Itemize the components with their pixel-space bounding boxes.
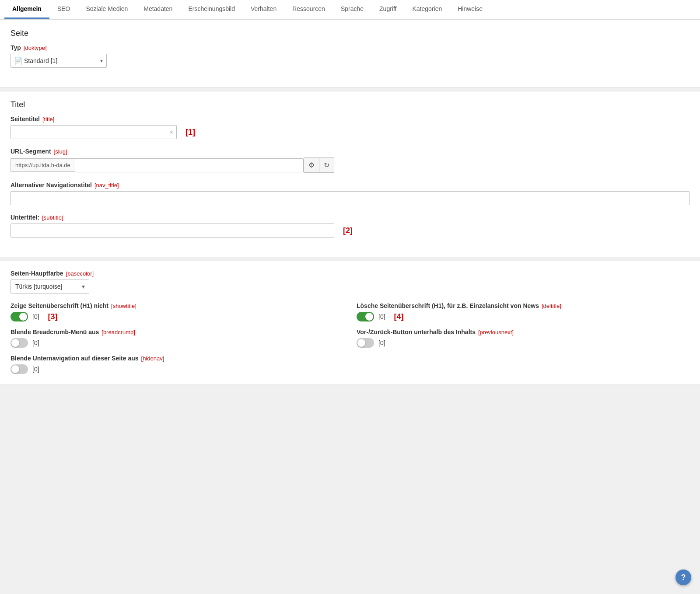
hidenav-toggle-group: Blende Unternavigation auf dieser Seite …	[10, 355, 343, 374]
previousnext-label: Vor-/Zurück-Button unterhalb des Inhalts…	[357, 328, 690, 335]
untertitel-field-group: Untertitel: [subtitle] Beispiel des Stan…	[10, 214, 690, 238]
seitentitel-key: [title]	[42, 116, 54, 122]
tab-erscheinungsbild[interactable]: Erscheinungsbild	[180, 0, 243, 19]
breadcrumb-toggle-row: [0]	[10, 338, 343, 348]
tab-verhalten[interactable]: Verhalten	[243, 0, 284, 19]
tab-soziale-medien[interactable]: Soziale Medien	[78, 0, 136, 19]
untertitel-annotation: [2]	[343, 226, 353, 235]
toggle-grid: Zeige Seitenüberschrift (H1) nicht [show…	[10, 302, 690, 374]
url-row: https://up.itda.h-da.de / ⚙ ↻	[10, 157, 334, 173]
tab-allgemein[interactable]: Allgemein	[4, 0, 49, 19]
tab-hinweise[interactable]: Hinweise	[450, 0, 490, 19]
seite-section: Seite Typ [doktype] 📄 Standard [1] ▾	[0, 20, 700, 87]
seite-section-title: Seite	[10, 29, 690, 38]
tab-ressourcen[interactable]: Ressourcen	[284, 0, 333, 19]
typ-field-group: Typ [doktype] 📄 Standard [1] ▾	[10, 44, 690, 68]
showtitle-toggle-row: [0] [3]	[10, 312, 343, 321]
showtitle-toggle[interactable]	[10, 312, 28, 321]
document-icon: 📄	[14, 56, 22, 66]
previousnext-value: [0]	[378, 339, 385, 346]
seitentitel-input-wrapper: Standard Layout ×	[10, 125, 177, 139]
showtitle-value: [0]	[32, 313, 39, 320]
deltitle-label: Lösche Seitenüberschrift (H1), für z.B. …	[357, 302, 690, 309]
showtitle-toggle-group: Zeige Seitenüberschrift (H1) nicht [show…	[10, 302, 343, 321]
hidenav-toggle-knob	[11, 365, 19, 373]
deltitle-annotation: [4]	[394, 312, 404, 321]
farbe-field-group: Seiten-Hauptfarbe [basecolor] Türkis [tu…	[10, 270, 690, 294]
deltitle-toggle-group: Lösche Seitenüberschrift (H1), für z.B. …	[357, 302, 690, 321]
tabs-bar: Allgemein SEO Soziale Medien Metadaten E…	[0, 0, 700, 20]
farbe-key: [basecolor]	[66, 270, 94, 277]
showtitle-toggle-knob	[19, 313, 27, 321]
hidenav-toggle[interactable]	[10, 364, 28, 374]
showtitle-key: [showtitle]	[111, 303, 136, 309]
untertitel-key: [subtitle]	[42, 214, 63, 221]
farbe-select[interactable]: Türkis [turquoise] Blau [blue] Grün [gre…	[10, 280, 89, 294]
farbe-label: Seiten-Hauptfarbe [basecolor]	[10, 270, 690, 277]
farbe-select-wrapper: Türkis [turquoise] Blau [blue] Grün [gre…	[10, 280, 89, 294]
hidenav-label: Blende Unternavigation auf dieser Seite …	[10, 355, 343, 362]
seitentitel-annotation: [1]	[186, 128, 195, 137]
titel-section-title: Titel	[10, 100, 690, 109]
nav-title-key: [nav_title]	[94, 182, 119, 189]
breadcrumb-toggle-group: Blende Breadcrumb-Menü aus [breadcrumb] …	[10, 328, 343, 348]
url-refresh-button[interactable]: ↻	[319, 157, 334, 173]
deltitle-toggle-row: [0] [4]	[357, 312, 690, 321]
previousnext-toggle-row: [0]	[357, 338, 690, 348]
showtitle-annotation: [3]	[48, 312, 58, 321]
nav-title-field-group: Alternativer Navigationstitel [nav_title…	[10, 182, 690, 205]
tab-kategorien[interactable]: Kategorien	[404, 0, 450, 19]
previousnext-toggle-knob	[357, 339, 365, 347]
breadcrumb-key: [breadcrumb]	[102, 329, 135, 335]
seitentitel-field-group: Seitentitel [title] Standard Layout × [1…	[10, 115, 690, 139]
untertitel-label: Untertitel: [subtitle]	[10, 214, 690, 221]
breadcrumb-label: Blende Breadcrumb-Menü aus [breadcrumb]	[10, 328, 343, 335]
showtitle-label: Zeige Seitenüberschrift (H1) nicht [show…	[10, 302, 343, 309]
url-segment-field-group: URL-Segment [slug] https://up.itda.h-da.…	[10, 148, 690, 173]
typ-label: Typ [doktype]	[10, 44, 690, 51]
nav-title-label: Alternativer Navigationstitel [nav_title…	[10, 182, 690, 189]
deltitle-toggle[interactable]	[357, 312, 374, 321]
typ-arrow-icon: ▾	[100, 58, 103, 64]
breadcrumb-toggle[interactable]	[10, 338, 28, 348]
deltitle-toggle-knob	[365, 313, 373, 321]
tab-metadaten[interactable]: Metadaten	[136, 0, 180, 19]
tab-sprache[interactable]: Sprache	[333, 0, 371, 19]
hidenav-toggle-row: [0]	[10, 364, 343, 374]
seitentitel-input[interactable]: Standard Layout	[10, 125, 177, 139]
nav-title-input[interactable]	[10, 191, 690, 205]
typ-select-wrapper: 📄 Standard [1] ▾	[10, 54, 107, 68]
tab-seo[interactable]: SEO	[49, 0, 78, 19]
url-globe-button[interactable]: ⚙	[304, 157, 319, 173]
deltitle-key: [deltitle]	[542, 303, 561, 309]
breadcrumb-toggle-knob	[11, 339, 19, 347]
farbe-section: Seiten-Hauptfarbe [basecolor] Türkis [tu…	[0, 261, 700, 385]
previousnext-toggle-group: Vor-/Zurück-Button unterhalb des Inhalts…	[357, 328, 690, 348]
typ-key: [doktype]	[24, 45, 47, 51]
url-base: https://up.itda.h-da.de	[10, 158, 75, 172]
seitentitel-label: Seitentitel [title]	[10, 115, 690, 122]
url-slug-input[interactable]: /	[75, 158, 304, 172]
titel-section: Titel Seitentitel [title] Standard Layou…	[0, 91, 700, 257]
seitentitel-clear-button[interactable]: ×	[170, 129, 173, 136]
previousnext-toggle[interactable]	[357, 338, 374, 348]
url-segment-key: [slug]	[54, 148, 67, 155]
previousnext-key: [previousnext]	[478, 329, 514, 335]
url-segment-label: URL-Segment [slug]	[10, 148, 690, 155]
hidenav-key: [hidenav]	[141, 355, 164, 362]
untertitel-input[interactable]: Beispiel des Standardlayouts	[10, 224, 334, 238]
deltitle-value: [0]	[378, 313, 385, 320]
hidenav-value: [0]	[32, 366, 39, 373]
empty-cell	[357, 355, 690, 374]
breadcrumb-value: [0]	[32, 339, 39, 346]
typ-select[interactable]: Standard [1]	[22, 54, 100, 67]
tab-zugriff[interactable]: Zugriff	[371, 0, 404, 19]
